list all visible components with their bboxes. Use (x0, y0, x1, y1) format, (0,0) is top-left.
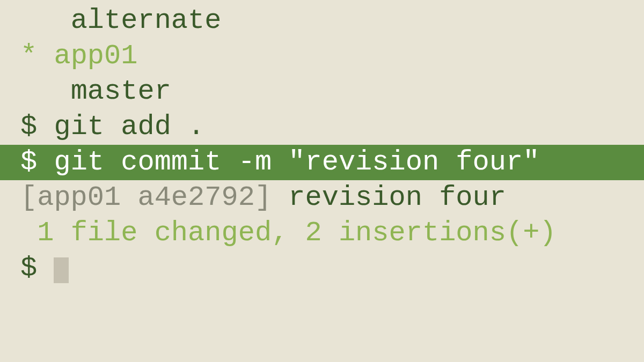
commit-hash-prefix: [app01 a4e2792] (20, 182, 272, 213)
branch-alternate: alternate (71, 5, 222, 36)
branch-master: master (71, 76, 171, 107)
commit-stats: 1 file changed, 2 insertions(+) (37, 217, 556, 249)
branch-indent (20, 5, 71, 36)
branch-line-current: * app01 (0, 39, 644, 74)
git-commit-command: git commit -m "revision four" (54, 146, 539, 178)
commit-message: revision four (272, 182, 506, 213)
branch-line-master: master (0, 74, 644, 109)
current-branch-marker: * (20, 40, 54, 72)
branch-indent (20, 76, 71, 107)
prompt-symbol: $ (20, 146, 54, 178)
command-line-add: $ git add . (0, 109, 644, 145)
cursor-icon (54, 257, 69, 283)
prompt-line-ready[interactable]: $ (0, 251, 644, 286)
output-line-stats: 1 file changed, 2 insertions(+) (0, 216, 644, 251)
branch-line-alternate: alternate (0, 3, 644, 39)
output-line-commit: [app01 a4e2792] revision four (0, 180, 644, 216)
stats-indent (20, 217, 37, 249)
git-add-command: git add . (54, 111, 204, 143)
branch-current: app01 (54, 40, 137, 72)
prompt-symbol: $ (20, 253, 54, 284)
command-line-commit-highlighted: $ git commit -m "revision four" (0, 145, 644, 180)
prompt-symbol: $ (20, 111, 54, 143)
